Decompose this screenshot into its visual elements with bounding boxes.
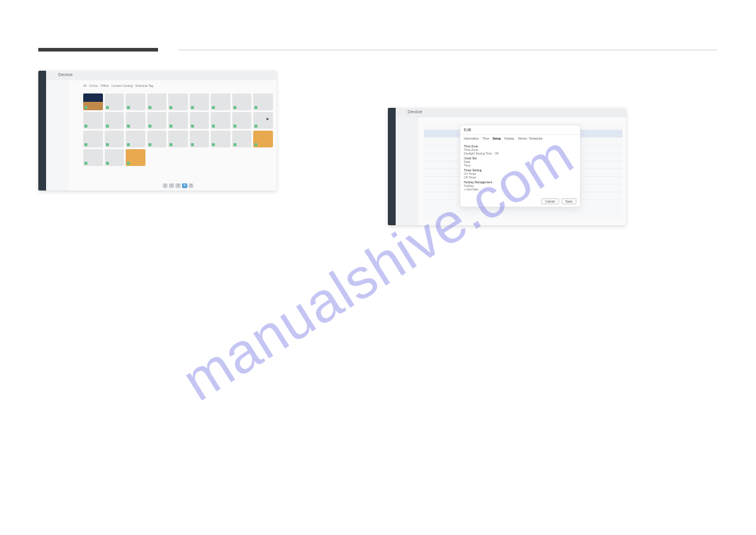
cancel-button[interactable]: Cancel bbox=[541, 198, 559, 204]
device-tile[interactable] bbox=[168, 112, 188, 129]
app-nav-light bbox=[46, 71, 69, 191]
device-tile[interactable] bbox=[211, 112, 230, 129]
device-tile[interactable] bbox=[168, 93, 188, 110]
device-tile[interactable] bbox=[253, 93, 273, 110]
device-tile[interactable] bbox=[105, 112, 125, 129]
tab-setup[interactable]: Setup bbox=[493, 137, 501, 140]
add-new-link[interactable]: + Add New bbox=[464, 188, 576, 191]
pagination[interactable]: 1 2 3 4 5 bbox=[83, 183, 273, 188]
page-title: Device bbox=[58, 72, 72, 77]
device-tile[interactable] bbox=[253, 131, 273, 147]
save-button[interactable]: Save bbox=[561, 198, 576, 204]
page-number[interactable]: 3 bbox=[175, 183, 181, 188]
filter-item[interactable]: Offline bbox=[100, 84, 108, 87]
device-tile[interactable] bbox=[190, 112, 210, 129]
modal-tabs: Information Time Setup Display Server / … bbox=[460, 135, 580, 142]
device-grid bbox=[83, 93, 273, 180]
filter-toolbar: All Online Offline Content Casting Sched… bbox=[83, 84, 273, 89]
page-number[interactable]: 5 bbox=[189, 183, 194, 188]
filter-item[interactable]: Content Casting bbox=[111, 84, 133, 87]
screenshot-device-grid: Device All Online Offline Content Castin… bbox=[38, 71, 277, 191]
device-tile[interactable] bbox=[105, 149, 125, 166]
titlebar: Device bbox=[396, 108, 626, 117]
filter-item[interactable]: All bbox=[83, 84, 87, 87]
device-tile[interactable] bbox=[83, 93, 103, 110]
device-tile[interactable] bbox=[232, 131, 252, 147]
tab-information[interactable]: Information bbox=[464, 137, 479, 140]
device-tile[interactable] bbox=[126, 93, 145, 110]
device-tile[interactable] bbox=[83, 131, 103, 147]
titlebar: Device bbox=[46, 71, 277, 80]
app-sidebar-dark bbox=[38, 71, 46, 191]
device-tile[interactable] bbox=[168, 131, 188, 147]
device-tile[interactable] bbox=[147, 112, 167, 129]
device-tile[interactable] bbox=[232, 93, 252, 110]
field-dst[interactable]: Daylight Saving Time Off bbox=[464, 152, 576, 155]
device-tile[interactable] bbox=[126, 131, 145, 147]
device-tile[interactable] bbox=[211, 131, 230, 147]
page-number-active[interactable]: 4 bbox=[182, 183, 187, 188]
device-tile[interactable] bbox=[147, 131, 167, 147]
app-nav-light bbox=[396, 108, 418, 225]
device-tile[interactable] bbox=[190, 93, 210, 110]
page-title: Device bbox=[408, 109, 422, 114]
screenshot-device-edit-modal: Device Edit Information Time Setup Displ… bbox=[388, 108, 626, 225]
edit-modal: Edit Information Time Setup Display Serv… bbox=[460, 125, 581, 207]
device-tile[interactable] bbox=[147, 93, 167, 110]
tab-server[interactable]: Server / Scheduler bbox=[518, 137, 542, 140]
device-tile[interactable] bbox=[211, 93, 230, 110]
page-number[interactable]: 1 bbox=[163, 183, 168, 188]
device-tile[interactable] bbox=[83, 112, 103, 129]
divider bbox=[178, 50, 717, 50]
section-marker bbox=[38, 48, 158, 52]
filter-item[interactable]: Online bbox=[89, 84, 98, 87]
device-tile[interactable] bbox=[126, 149, 145, 166]
device-tile[interactable] bbox=[126, 112, 145, 129]
device-tile[interactable] bbox=[190, 131, 210, 147]
modal-heading: Edit bbox=[460, 125, 580, 135]
device-tile[interactable] bbox=[105, 93, 125, 110]
device-tile[interactable] bbox=[105, 131, 125, 147]
tab-time[interactable]: Time bbox=[482, 137, 489, 140]
field-off-timer[interactable]: Off Timer bbox=[464, 176, 576, 179]
tab-display[interactable]: Display bbox=[505, 137, 514, 140]
device-tile[interactable] bbox=[232, 112, 252, 129]
page-number[interactable]: 2 bbox=[169, 183, 174, 188]
device-tile[interactable] bbox=[83, 149, 103, 166]
device-tile[interactable] bbox=[253, 112, 273, 129]
filter-item[interactable]: Schedule Tag bbox=[135, 84, 153, 87]
field-time[interactable]: Time bbox=[464, 164, 576, 167]
app-sidebar-dark bbox=[388, 108, 396, 225]
status-dot-icon bbox=[84, 106, 87, 109]
